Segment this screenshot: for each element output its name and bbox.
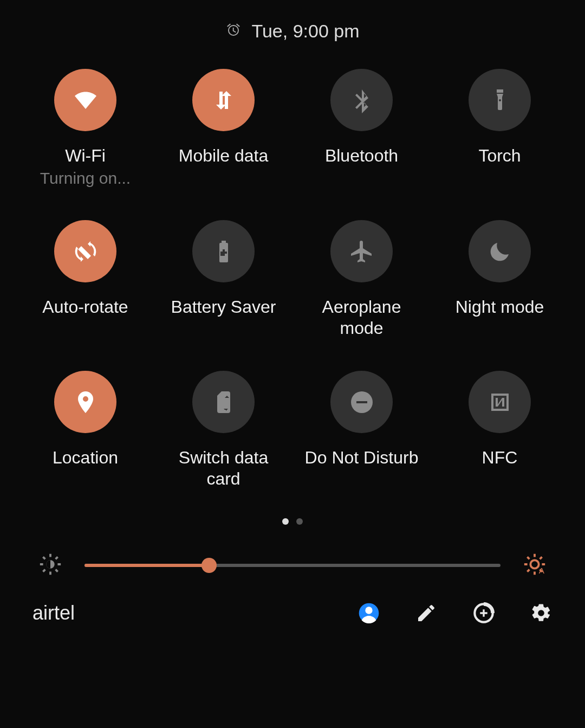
- tile-label: Aeroplane mode: [300, 297, 424, 338]
- rotate-icon: [54, 220, 116, 282]
- slider-fill: [84, 564, 209, 567]
- tile-label: Bluetooth: [325, 145, 398, 166]
- tile-night-mode[interactable]: Night mode: [436, 220, 563, 338]
- dnd-icon: [330, 371, 393, 433]
- tile-torch[interactable]: Torch: [436, 69, 563, 188]
- tile-sublabel: Turning on...: [40, 169, 131, 188]
- svg-point-3: [530, 560, 538, 568]
- airplane-icon: [330, 220, 393, 282]
- carrier-label: airtel: [32, 602, 358, 624]
- alarm-icon: [225, 22, 242, 41]
- pager-dot[interactable]: [296, 518, 303, 525]
- tile-label: NFC: [482, 447, 518, 468]
- tile-label: Location: [53, 447, 118, 468]
- brightness-icon: [38, 552, 63, 579]
- nfc-icon: [469, 371, 531, 433]
- tile-label: Battery Saver: [171, 297, 276, 317]
- data-saver-icon[interactable]: [472, 602, 495, 624]
- brightness-row: A: [16, 525, 569, 598]
- quick-settings-panel: Tue, 9:00 pm Wi-Fi Turning on... Mobile …: [0, 0, 585, 728]
- tile-wifi[interactable]: Wi-Fi Turning on...: [22, 69, 149, 188]
- tile-aeroplane-mode[interactable]: Aeroplane mode: [298, 220, 425, 338]
- tile-location[interactable]: Location: [22, 371, 149, 489]
- pager-dot[interactable]: [282, 518, 289, 525]
- tile-label: Wi-Fi: [65, 145, 106, 166]
- tile-label: Auto-rotate: [42, 297, 128, 317]
- tile-mobile-data[interactable]: Mobile data: [160, 69, 287, 188]
- torch-icon: [469, 69, 531, 131]
- battery-icon: [192, 220, 255, 282]
- location-icon: [54, 371, 116, 433]
- wifi-icon: [54, 69, 116, 131]
- bluetooth-icon: [330, 69, 393, 131]
- tile-label: Mobile data: [179, 145, 268, 166]
- tile-label: Night mode: [456, 297, 544, 317]
- tile-do-not-disturb[interactable]: Do Not Disturb: [298, 371, 425, 489]
- edit-icon[interactable]: [415, 602, 438, 624]
- pager: [16, 518, 569, 525]
- tile-bluetooth[interactable]: Bluetooth: [298, 69, 425, 188]
- tile-switch-data-card[interactable]: Switch data card: [160, 371, 287, 489]
- settings-icon[interactable]: [530, 602, 552, 624]
- tile-battery-saver[interactable]: Battery Saver: [160, 220, 287, 338]
- tile-label: Torch: [478, 145, 521, 166]
- user-icon[interactable]: [358, 602, 380, 624]
- svg-rect-1: [356, 401, 367, 403]
- tile-label: Switch data card: [161, 447, 286, 489]
- brightness-slider[interactable]: [84, 559, 500, 572]
- auto-brightness-icon[interactable]: A: [522, 552, 547, 579]
- tile-auto-rotate[interactable]: Auto-rotate: [22, 220, 149, 338]
- svg-text:A: A: [539, 566, 545, 575]
- quick-settings-grid: Wi-Fi Turning on... Mobile data Bluetoot…: [16, 63, 569, 489]
- slider-thumb[interactable]: [202, 558, 217, 573]
- status-time: Tue, 9:00 pm: [251, 21, 359, 42]
- data-icon: [192, 69, 255, 131]
- tile-label: Do Not Disturb: [305, 447, 419, 468]
- footer-icons: [358, 602, 552, 624]
- sim-icon: [192, 371, 255, 433]
- moon-icon: [469, 220, 531, 282]
- svg-point-6: [365, 607, 372, 614]
- tile-nfc[interactable]: NFC: [436, 371, 563, 489]
- footer: airtel: [16, 598, 569, 641]
- status-header: Tue, 9:00 pm: [16, 16, 569, 63]
